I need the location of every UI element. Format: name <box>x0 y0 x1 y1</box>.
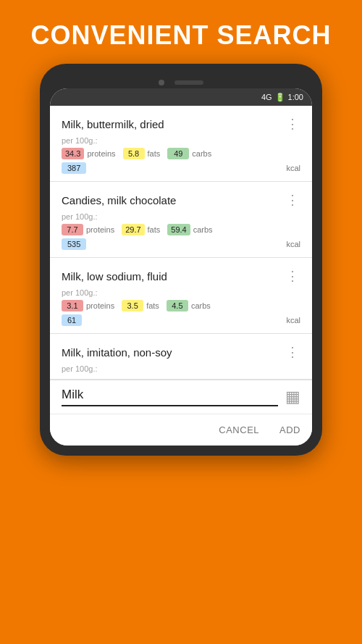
food-name-1: Milk, buttermilk, dried <box>62 118 164 130</box>
more-menu-4[interactable]: ⋮ <box>285 344 300 360</box>
add-button[interactable]: ADD <box>279 420 300 440</box>
kcal-label-3: kcal <box>286 316 300 325</box>
food-card-3[interactable]: Milk, low sodium, fluid ⋮ per 100g.: 3.1… <box>50 258 312 334</box>
fat-val-1: 5.8 <box>123 148 145 159</box>
food-name-4: Milk, imitation, non-soy <box>62 346 172 359</box>
food-card-2[interactable]: Candies, milk chocolate ⋮ per 100g.: 7.7… <box>50 182 312 258</box>
search-input[interactable] <box>62 388 278 406</box>
per-label-2: per 100g.: <box>62 212 300 221</box>
action-bar: CANCEL ADD <box>50 414 312 446</box>
carb-label-3: carbs <box>191 301 211 310</box>
search-bar[interactable]: ▦ <box>50 380 312 414</box>
per-label-1: per 100g.: <box>62 136 300 145</box>
carb-label-1: carbs <box>192 149 211 158</box>
food-list: Milk, buttermilk, dried ⋮ per 100g.: 34.… <box>50 106 312 380</box>
status-bar: 4G 🔋 1:00 <box>50 88 312 106</box>
fat-val-3: 3.5 <box>122 300 143 311</box>
kcal-label-1: kcal <box>286 164 300 172</box>
kcal-label-2: kcal <box>286 240 300 248</box>
protein-label-1: proteins <box>87 149 115 158</box>
barcode-icon[interactable]: ▦ <box>285 388 300 406</box>
camera <box>159 80 164 85</box>
food-name-2: Candies, milk chocolate <box>62 194 176 206</box>
fat-label-3: fats <box>146 301 159 310</box>
battery-icon: 🔋 <box>275 93 285 102</box>
phone-frame: 4G 🔋 1:00 Milk, buttermilk, dried ⋮ per … <box>40 64 322 456</box>
fat-val-2: 29.7 <box>122 224 144 235</box>
time-display: 1:00 <box>288 93 303 101</box>
food-card-4[interactable]: Milk, imitation, non-soy ⋮ per 100g.: <box>50 334 312 380</box>
protein-val-3: 3.1 <box>62 300 83 311</box>
carb-val-1: 49 <box>167 148 189 159</box>
phone-screen: 4G 🔋 1:00 Milk, buttermilk, dried ⋮ per … <box>50 88 312 446</box>
more-menu-1[interactable]: ⋮ <box>285 116 300 132</box>
carb-val-2: 59.4 <box>167 224 190 235</box>
status-icons: 4G 🔋 1:00 <box>261 93 303 102</box>
carb-label-2: carbs <box>193 225 213 234</box>
cancel-button[interactable]: CANCEL <box>219 420 259 440</box>
signal-icon: 4G <box>261 93 272 101</box>
protein-val-1: 34.3 <box>62 148 84 159</box>
carb-val-3: 4.5 <box>167 300 188 311</box>
speaker <box>174 80 203 85</box>
phone-notch <box>50 74 312 88</box>
protein-val-2: 7.7 <box>62 224 83 235</box>
protein-label-2: proteins <box>86 225 114 234</box>
fat-label-2: fats <box>148 225 161 234</box>
protein-label-3: proteins <box>86 301 114 310</box>
kcal-val-2: 535 <box>62 238 86 250</box>
more-menu-3[interactable]: ⋮ <box>285 268 300 284</box>
more-menu-2[interactable]: ⋮ <box>285 192 300 208</box>
food-name-3: Milk, low sodium, fluid <box>62 270 167 283</box>
page-title-heading: CONVENIENT SEARCH <box>16 0 345 64</box>
fat-label-1: fats <box>148 149 161 158</box>
per-label-4: per 100g.: <box>62 364 300 373</box>
kcal-val-1: 387 <box>62 162 86 174</box>
food-card-1[interactable]: Milk, buttermilk, dried ⋮ per 100g.: 34.… <box>50 106 312 182</box>
per-label-3: per 100g.: <box>62 288 300 297</box>
kcal-val-3: 61 <box>62 314 82 326</box>
